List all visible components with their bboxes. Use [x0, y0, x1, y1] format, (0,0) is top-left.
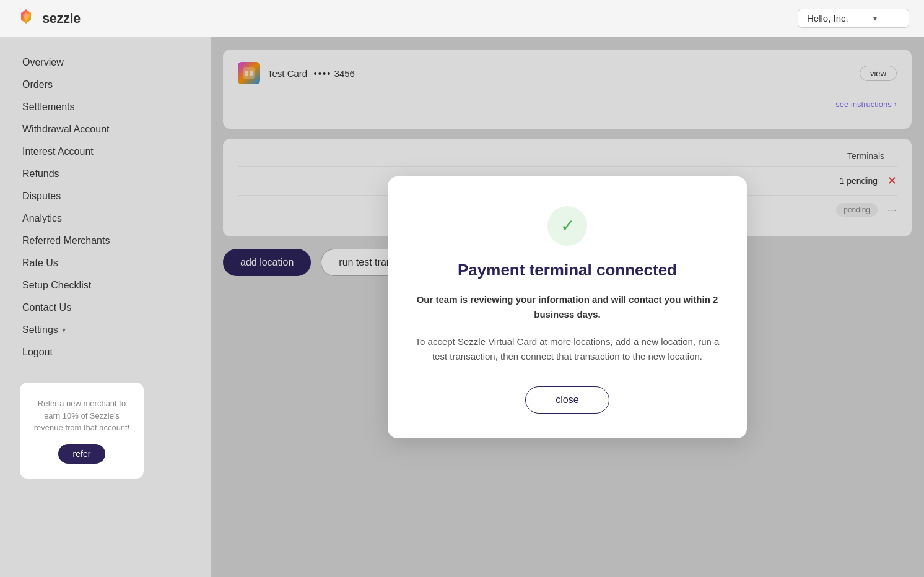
sidebar-label-withdrawal-account: Withdrawal Account [22, 124, 110, 135]
sidebar-item-setup-checklist[interactable]: Setup Checklist [15, 275, 211, 296]
sidebar-item-refunds[interactable]: Refunds [15, 163, 211, 184]
sezzle-logo-icon [15, 7, 37, 30]
sidebar-item-settings[interactable]: Settings ▾ [15, 319, 211, 341]
sidebar-label-orders: Orders [22, 79, 53, 90]
refer-card: Refer a new merchant to earn 10% of Sezz… [20, 383, 144, 479]
sidebar-label-contact-us: Contact Us [22, 302, 71, 313]
account-name: Hello, Inc. [807, 13, 848, 24]
sidebar-item-disputes[interactable]: Disputes [15, 186, 211, 207]
sidebar-label-setup-checklist: Setup Checklist [22, 280, 91, 291]
sidebar-label-interest-account: Interest Account [22, 146, 94, 157]
modal-title: Payment terminal connected [412, 261, 722, 280]
settings-chevron-icon: ▾ [62, 326, 66, 334]
modal-desc-primary: Our team is reviewing your information a… [412, 292, 722, 322]
sidebar-item-logout[interactable]: Logout [15, 342, 211, 363]
sidebar-item-contact-us[interactable]: Contact Us [15, 297, 211, 318]
sidebar-item-overview[interactable]: Overview [15, 52, 211, 73]
sidebar-label-disputes: Disputes [22, 191, 61, 202]
sidebar-item-settlements[interactable]: Settlements [15, 97, 211, 118]
check-icon: ✓ [560, 215, 575, 236]
sidebar-item-withdrawal-account[interactable]: Withdrawal Account [15, 119, 211, 140]
sidebar-item-analytics[interactable]: Analytics [15, 208, 211, 229]
sidebar-item-orders[interactable]: Orders [15, 74, 211, 95]
sidebar-label-overview: Overview [22, 57, 64, 68]
layout: Overview Orders Settlements Withdrawal A… [0, 37, 924, 577]
modal-overlay: ✓ Payment terminal connected Our team is… [211, 37, 924, 577]
main-content: Test Card •••• 3456 view see instruction… [211, 37, 924, 577]
sidebar-label-logout: Logout [22, 347, 53, 358]
sidebar-item-rate-us[interactable]: Rate Us [15, 253, 211, 274]
success-icon-circle: ✓ [547, 206, 587, 246]
logo-text: sezzle [42, 11, 81, 27]
account-selector[interactable]: Hello, Inc. ▾ [798, 9, 909, 28]
refer-button[interactable]: refer [58, 444, 106, 464]
modal-close-button[interactable]: close [525, 386, 609, 414]
sidebar-label-analytics: Analytics [22, 213, 62, 224]
header: sezzle Hello, Inc. ▾ [0, 0, 924, 37]
sidebar-item-interest-account[interactable]: Interest Account [15, 141, 211, 162]
sidebar: Overview Orders Settlements Withdrawal A… [0, 37, 211, 577]
modal-dialog: ✓ Payment terminal connected Our team is… [388, 176, 747, 438]
sidebar-label-settlements: Settlements [22, 102, 74, 113]
sidebar-label-referred-merchants: Referred Merchants [22, 235, 110, 246]
sidebar-nav: Overview Orders Settlements Withdrawal A… [15, 52, 211, 363]
logo-area: sezzle [15, 7, 81, 30]
sidebar-label-refunds: Refunds [22, 168, 59, 180]
sidebar-item-referred-merchants[interactable]: Referred Merchants [15, 230, 211, 251]
sidebar-label-settings: Settings [22, 324, 58, 336]
sidebar-label-rate-us: Rate Us [22, 258, 58, 269]
modal-desc-secondary: To accept Sezzle Virtual Card at more lo… [412, 334, 722, 364]
refer-card-text: Refer a new merchant to earn 10% of Sezz… [32, 397, 131, 434]
account-chevron-icon: ▾ [873, 14, 877, 23]
